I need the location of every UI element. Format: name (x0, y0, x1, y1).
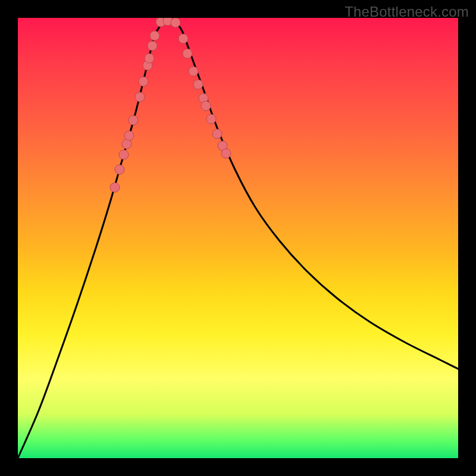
curve-marker (206, 114, 216, 124)
curve-marker (201, 101, 211, 111)
curve-marker (171, 18, 180, 27)
curve-marker (139, 77, 148, 86)
curve-marker (115, 165, 124, 174)
curve-marker (122, 139, 131, 149)
curve-marker (221, 149, 231, 158)
curve-markers (110, 18, 231, 192)
curve-marker (148, 41, 157, 51)
curve-marker (135, 92, 145, 102)
curve-marker (212, 129, 222, 139)
bottleneck-curve (18, 20, 458, 458)
curve-marker (124, 131, 134, 140)
curve-marker (129, 115, 138, 125)
chart-frame (18, 18, 458, 458)
watermark-text: TheBottleneck.com (345, 4, 469, 20)
curve-marker (119, 150, 129, 159)
curve-marker (193, 80, 203, 89)
curve-marker (183, 49, 192, 58)
curve-marker (145, 54, 154, 63)
curve-marker (110, 183, 120, 192)
curve-marker (189, 67, 198, 76)
curve-marker (178, 34, 188, 43)
chart-svg (18, 18, 458, 458)
curve-marker (150, 31, 159, 40)
